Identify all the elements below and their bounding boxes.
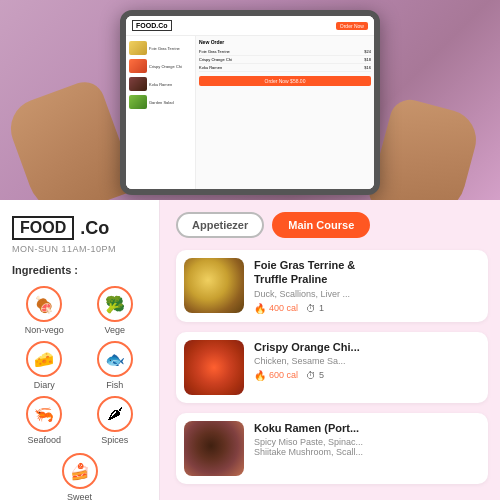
tablet-menu-item: Garden Salad <box>129 93 192 111</box>
menu-main: Appetiezer Main Course Foie Gras Terrine… <box>160 200 500 500</box>
clock-icon-2: ⏱ <box>306 370 316 381</box>
hand-left <box>2 77 137 200</box>
tabs-row: Appetiezer Main Course <box>176 212 488 238</box>
seafood-icon: 🦐 <box>26 396 62 432</box>
brand-hours: MON-SUN 11AM-10PM <box>12 244 147 254</box>
crispy-orange-calories: 🔥 600 cal <box>254 370 298 381</box>
tablet-order-title: New Order <box>199 39 371 45</box>
vege-icon: 🥦 <box>97 286 133 322</box>
koku-ramen-info: Koku Ramen (Port... Spicy Miso Paste, Sp… <box>254 421 480 461</box>
diary-icon: 🧀 <box>26 341 62 377</box>
tablet-menu-item: Foie Gras Terrine <box>129 39 192 57</box>
spices-label: Spices <box>101 435 128 445</box>
ingredient-seafood[interactable]: 🦐 Seafood <box>12 396 77 445</box>
tablet-mockup: FOOD.Co Order Now Foie Gras Terrine Cris… <box>120 10 380 195</box>
crispy-orange-desc: Chicken, Sesame Sa... <box>254 356 480 366</box>
fish-icon: 🐟 <box>97 341 133 377</box>
brand-box: FOOD <box>12 216 74 240</box>
tablet-total[interactable]: Order Now $58.00 <box>199 76 371 86</box>
crispy-orange-meta: 🔥 600 cal ⏱ 5 <box>254 370 480 381</box>
tablet-order-row: Koku Ramen$16 <box>199 64 371 72</box>
ingredient-sweet[interactable]: 🍰 Sweet <box>62 453 98 500</box>
ingredient-non-vego[interactable]: 🍖 Non-vego <box>12 286 77 335</box>
koku-ramen-image <box>184 421 244 476</box>
foie-gras-image <box>184 258 244 313</box>
tablet-order-row: Crispy Orange Chi$18 <box>199 56 371 64</box>
seafood-label: Seafood <box>27 435 61 445</box>
foie-gras-rating: ⏱ 1 <box>306 303 324 314</box>
crispy-orange-extra: ⏱ 5 <box>306 370 324 381</box>
menu-item-crispy-orange[interactable]: Crispy Orange Chi... Chicken, Sesame Sa.… <box>176 332 488 403</box>
diary-label: Diary <box>34 380 55 390</box>
ingredient-spices[interactable]: 🌶 Spices <box>83 396 148 445</box>
menu-item-foie-gras[interactable]: Foie Gras Terrine & Truffle Praline Duck… <box>176 250 488 322</box>
koku-ramen-name: Koku Ramen (Port... <box>254 421 480 435</box>
foie-gras-name: Foie Gras Terrine & Truffle Praline <box>254 258 480 287</box>
ingredient-diary[interactable]: 🧀 Diary <box>12 341 77 390</box>
crispy-orange-info: Crispy Orange Chi... Chicken, Sesame Sa.… <box>254 340 480 381</box>
foie-gras-meta: 🔥 400 cal ⏱ 1 <box>254 303 480 314</box>
non-vego-icon: 🍖 <box>26 286 62 322</box>
photo-area: FOOD.Co Order Now Foie Gras Terrine Cris… <box>0 0 500 200</box>
foie-gras-calories: 🔥 400 cal <box>254 303 298 314</box>
tablet-order-btn[interactable]: Order Now <box>336 22 368 30</box>
sweet-icon: 🍰 <box>62 453 98 489</box>
tab-appetiezer[interactable]: Appetiezer <box>176 212 264 238</box>
non-vego-label: Non-vego <box>25 325 64 335</box>
tab-main-course[interactable]: Main Course <box>272 212 370 238</box>
flame-icon: 🔥 <box>254 303 266 314</box>
ingredients-title: Ingredients : <box>12 264 147 276</box>
menu-sidebar: FOOD .Co MON-SUN 11AM-10PM Ingredients :… <box>0 200 160 500</box>
menu-area: FOOD .Co MON-SUN 11AM-10PM Ingredients :… <box>0 200 500 500</box>
tablet-menu-item: Koku Ramen <box>129 75 192 93</box>
brand-dot: .Co <box>80 218 109 239</box>
hand-right <box>367 95 482 200</box>
fish-label: Fish <box>106 380 123 390</box>
crispy-orange-name: Crispy Orange Chi... <box>254 340 480 354</box>
foie-gras-info: Foie Gras Terrine & Truffle Praline Duck… <box>254 258 480 314</box>
sweet-label: Sweet <box>67 492 92 500</box>
spices-icon: 🌶 <box>97 396 133 432</box>
tablet-order-row: Foie Gras Terrine$24 <box>199 48 371 56</box>
koku-ramen-desc: Spicy Miso Paste, Spinac... Shiitake Mus… <box>254 437 480 457</box>
flame-icon-2: 🔥 <box>254 370 266 381</box>
crispy-orange-image <box>184 340 244 395</box>
ingredients-grid: 🍖 Non-vego 🥦 Vege 🧀 Diary 🐟 Fish 🦐 Seaf <box>12 286 147 445</box>
tablet-menu-item: Crispy Orange Chi <box>129 57 192 75</box>
brand-logo: FOOD .Co <box>12 216 147 240</box>
tablet-logo: FOOD.Co <box>132 20 172 31</box>
foie-gras-desc: Duck, Scallions, Liver ... <box>254 289 480 299</box>
ingredient-fish[interactable]: 🐟 Fish <box>83 341 148 390</box>
menu-items-list: Foie Gras Terrine & Truffle Praline Duck… <box>176 250 488 484</box>
vege-label: Vege <box>104 325 125 335</box>
ingredient-vege[interactable]: 🥦 Vege <box>83 286 148 335</box>
clock-icon: ⏱ <box>306 303 316 314</box>
menu-item-koku-ramen[interactable]: Koku Ramen (Port... Spicy Miso Paste, Sp… <box>176 413 488 484</box>
